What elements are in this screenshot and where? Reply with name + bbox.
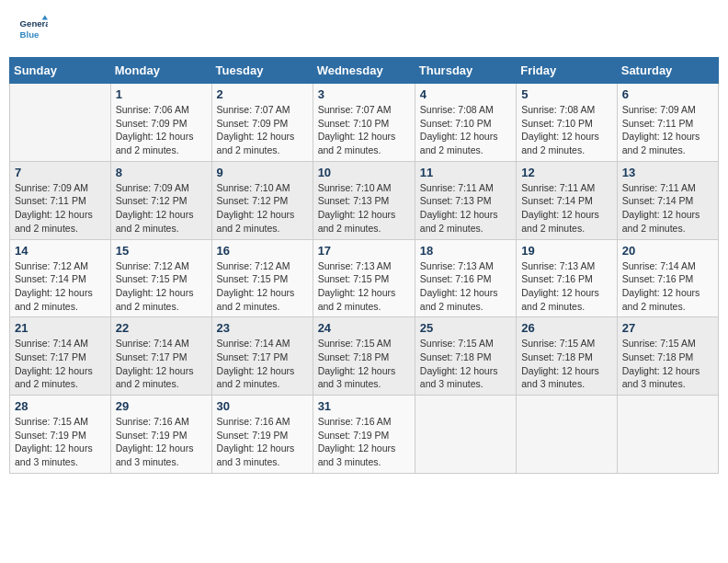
sunrise-text: Sunrise: 7:13 AM (318, 259, 410, 273)
calendar-cell: 14Sunrise: 7:12 AMSunset: 7:14 PMDayligh… (10, 239, 111, 317)
day-number: 29 (116, 399, 207, 413)
calendar-cell: 1Sunrise: 7:06 AMSunset: 7:09 PMDaylight… (110, 84, 211, 162)
calendar-cell: 18Sunrise: 7:13 AMSunset: 7:16 PMDayligh… (415, 239, 516, 317)
day-info: Sunrise: 7:15 AMSunset: 7:18 PMDaylight:… (420, 337, 511, 391)
day-number: 17 (318, 244, 410, 258)
day-info: Sunrise: 7:15 AMSunset: 7:18 PMDaylight:… (318, 337, 410, 391)
svg-text:Blue: Blue (20, 29, 40, 40)
sunset-text: Sunset: 7:18 PM (521, 350, 612, 364)
sunrise-text: Sunrise: 7:13 AM (420, 259, 511, 273)
daylight-text: Daylight: 12 hours and 3 minutes. (420, 364, 511, 391)
day-number: 10 (318, 166, 410, 179)
day-info: Sunrise: 7:14 AMSunset: 7:17 PMDaylight:… (217, 337, 308, 391)
calendar-cell: 5Sunrise: 7:08 AMSunset: 7:10 PMDaylight… (517, 84, 618, 162)
calendar-cell: 11Sunrise: 7:11 AMSunset: 7:13 PMDayligh… (415, 161, 516, 239)
sunrise-text: Sunrise: 7:16 AM (318, 415, 410, 429)
daylight-text: Daylight: 12 hours and 3 minutes. (217, 442, 308, 468)
daylight-text: Daylight: 12 hours and 3 minutes. (15, 442, 106, 468)
calendar-week-4: 21Sunrise: 7:14 AMSunset: 7:17 PMDayligh… (10, 317, 719, 396)
daylight-text: Daylight: 12 hours and 2 minutes. (116, 364, 207, 391)
calendar-cell: 6Sunrise: 7:09 AMSunset: 7:11 PMDaylight… (617, 84, 718, 162)
sunset-text: Sunset: 7:12 PM (217, 194, 308, 208)
day-number: 11 (420, 166, 511, 179)
calendar-cell (517, 396, 618, 474)
sunset-text: Sunset: 7:13 PM (420, 194, 511, 208)
logo: General Blue (18, 14, 48, 43)
day-number: 12 (521, 166, 612, 179)
daylight-text: Daylight: 12 hours and 2 minutes. (217, 208, 308, 235)
sunrise-text: Sunrise: 7:09 AM (622, 103, 713, 117)
day-number: 31 (318, 399, 410, 413)
daylight-text: Daylight: 12 hours and 2 minutes. (521, 208, 612, 235)
svg-text:General: General (20, 18, 48, 29)
day-info: Sunrise: 7:15 AMSunset: 7:18 PMDaylight:… (521, 337, 612, 391)
daylight-text: Daylight: 12 hours and 2 minutes. (217, 286, 308, 313)
daylight-text: Daylight: 12 hours and 2 minutes. (420, 286, 511, 313)
daylight-text: Daylight: 12 hours and 2 minutes. (521, 286, 612, 313)
daylight-text: Daylight: 12 hours and 2 minutes. (318, 208, 410, 235)
sunrise-text: Sunrise: 7:16 AM (116, 415, 207, 429)
day-info: Sunrise: 7:13 AMSunset: 7:16 PMDaylight:… (420, 259, 511, 314)
calendar-cell: 27Sunrise: 7:15 AMSunset: 7:18 PMDayligh… (617, 317, 718, 396)
daylight-text: Daylight: 12 hours and 3 minutes. (116, 442, 207, 468)
weekday-header-friday: Friday (517, 58, 618, 84)
calendar-cell: 22Sunrise: 7:14 AMSunset: 7:17 PMDayligh… (110, 317, 211, 396)
sunrise-text: Sunrise: 7:08 AM (521, 103, 612, 117)
day-number: 9 (217, 166, 308, 179)
sunrise-text: Sunrise: 7:15 AM (15, 415, 106, 429)
sunset-text: Sunset: 7:09 PM (116, 117, 207, 131)
daylight-text: Daylight: 12 hours and 3 minutes. (622, 364, 713, 391)
day-info: Sunrise: 7:13 AMSunset: 7:15 PMDaylight:… (318, 259, 410, 314)
daylight-text: Daylight: 12 hours and 3 minutes. (521, 364, 612, 391)
sunset-text: Sunset: 7:15 PM (116, 272, 207, 286)
weekday-header-sunday: Sunday (10, 58, 111, 84)
sunrise-text: Sunrise: 7:12 AM (15, 259, 106, 273)
day-info: Sunrise: 7:12 AMSunset: 7:15 PMDaylight:… (217, 259, 308, 314)
sunrise-text: Sunrise: 7:15 AM (318, 337, 410, 350)
calendar-cell (617, 396, 718, 474)
day-info: Sunrise: 7:11 AMSunset: 7:14 PMDaylight:… (521, 181, 612, 236)
day-info: Sunrise: 7:16 AMSunset: 7:19 PMDaylight:… (217, 415, 308, 469)
day-number: 5 (521, 87, 612, 101)
sunrise-text: Sunrise: 7:10 AM (217, 181, 308, 195)
daylight-text: Daylight: 12 hours and 2 minutes. (116, 130, 207, 156)
calendar-cell: 21Sunrise: 7:14 AMSunset: 7:17 PMDayligh… (10, 317, 111, 396)
calendar-cell: 28Sunrise: 7:15 AMSunset: 7:19 PMDayligh… (10, 396, 111, 474)
daylight-text: Daylight: 12 hours and 3 minutes. (318, 364, 410, 391)
sunrise-text: Sunrise: 7:06 AM (116, 103, 207, 117)
calendar-week-2: 7Sunrise: 7:09 AMSunset: 7:11 PMDaylight… (10, 161, 719, 239)
sunrise-text: Sunrise: 7:12 AM (116, 259, 207, 273)
day-number: 2 (217, 87, 308, 101)
day-number: 7 (15, 166, 106, 179)
calendar-cell: 31Sunrise: 7:16 AMSunset: 7:19 PMDayligh… (313, 396, 415, 474)
daylight-text: Daylight: 12 hours and 2 minutes. (15, 208, 106, 235)
sunrise-text: Sunrise: 7:15 AM (521, 337, 612, 350)
calendar-cell: 13Sunrise: 7:11 AMSunset: 7:14 PMDayligh… (617, 161, 718, 239)
calendar-cell: 17Sunrise: 7:13 AMSunset: 7:15 PMDayligh… (313, 239, 415, 317)
day-number: 19 (521, 244, 612, 258)
calendar-cell: 30Sunrise: 7:16 AMSunset: 7:19 PMDayligh… (211, 396, 313, 474)
calendar-cell: 10Sunrise: 7:10 AMSunset: 7:13 PMDayligh… (313, 161, 415, 239)
calendar-cell: 23Sunrise: 7:14 AMSunset: 7:17 PMDayligh… (211, 317, 313, 396)
weekday-header-monday: Monday (110, 58, 211, 84)
sunrise-text: Sunrise: 7:09 AM (15, 181, 106, 195)
day-number: 23 (217, 321, 308, 335)
sunset-text: Sunset: 7:19 PM (318, 429, 410, 442)
sunset-text: Sunset: 7:10 PM (318, 117, 410, 131)
sunrise-text: Sunrise: 7:16 AM (217, 415, 308, 429)
sunrise-text: Sunrise: 7:08 AM (420, 103, 511, 117)
day-number: 24 (318, 321, 410, 335)
day-info: Sunrise: 7:08 AMSunset: 7:10 PMDaylight:… (521, 103, 612, 157)
calendar-cell: 16Sunrise: 7:12 AMSunset: 7:15 PMDayligh… (211, 239, 313, 317)
sunset-text: Sunset: 7:10 PM (420, 117, 511, 131)
weekday-header-thursday: Thursday (415, 58, 516, 84)
day-number: 27 (622, 321, 713, 335)
day-number: 30 (217, 399, 308, 413)
day-info: Sunrise: 7:14 AMSunset: 7:16 PMDaylight:… (622, 259, 713, 314)
calendar-cell: 20Sunrise: 7:14 AMSunset: 7:16 PMDayligh… (617, 239, 718, 317)
day-number: 18 (420, 244, 511, 258)
day-info: Sunrise: 7:15 AMSunset: 7:18 PMDaylight:… (622, 337, 713, 391)
calendar-week-5: 28Sunrise: 7:15 AMSunset: 7:19 PMDayligh… (10, 396, 719, 474)
sunrise-text: Sunrise: 7:14 AM (217, 337, 308, 350)
svg-marker-2 (42, 16, 48, 20)
